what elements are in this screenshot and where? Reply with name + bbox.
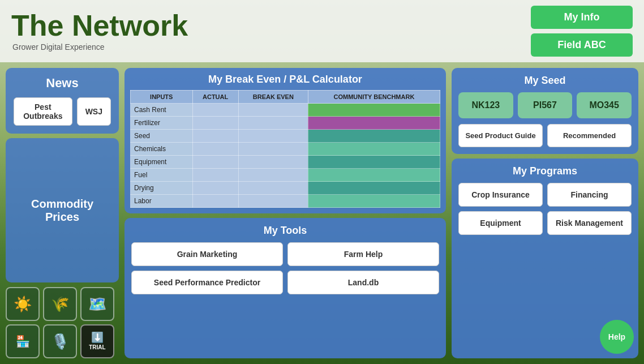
commodity-panel[interactable]: Commodity Prices [6,138,119,282]
col-community: COMMUNITY BENCHMARK [308,91,440,104]
table-row: Labor [131,195,440,208]
sale-icon[interactable]: 🏪 [6,324,40,358]
row-drying: Drying [131,182,193,195]
land-db-button[interactable]: Land.db [287,271,439,294]
pest-outbreaks-button[interactable]: Pest Outbreaks [14,97,72,126]
table-row: Cash Rent [131,104,440,117]
programs-grid: Crop Insurance Financing Equipment Risk … [458,183,632,235]
commodity-title: Commodity Prices [14,198,111,224]
icon-grid: ☀️ 🌾 🗺️ 🏪 🎙️ ⬇️ TRIAL [6,287,119,358]
break-even-panel: My Break Even / P&L Calculator INPUTS AC… [124,68,446,213]
break-even-table: INPUTS ACTUAL BREAK EVEN COMMUNITY BENCH… [130,90,440,208]
row-equipment: Equipment [131,156,193,169]
risk-management-button[interactable]: Risk Management [547,211,632,235]
col-inputs: INPUTS [131,91,193,104]
farm-help-button[interactable]: Farm Help [287,242,439,266]
news-buttons: Pest Outbreaks WSJ [14,97,111,126]
field-abc-button[interactable]: Field ABC [531,33,633,57]
my-seed-title: My Seed [458,75,632,87]
row-fuel: Fuel [131,169,193,182]
middle-column: My Break Even / P&L Calculator INPUTS AC… [124,68,446,358]
main-content: News Pest Outbreaks WSJ Commodity Prices… [0,62,644,364]
break-even-title: My Break Even / P&L Calculator [130,74,440,85]
header-buttons: My Info Field ABC [531,6,633,57]
financing-button[interactable]: Financing [547,183,632,207]
col-breakeven: BREAK EVEN [238,91,308,104]
table-row: Fertilizer [131,117,440,130]
app-title: The Network [11,11,531,40]
table-row: Fuel [131,169,440,182]
variety-pi567[interactable]: PI567 [518,92,573,118]
seed-action-buttons: Seed Product Guide Recommended [458,124,632,147]
left-column: News Pest Outbreaks WSJ Commodity Prices… [6,68,119,358]
row-fertilizer: Fertilizer [131,117,193,130]
weather-icon[interactable]: ☀️ [6,287,40,321]
my-tools-panel: My Tools Grain Marketing Farm Help Seed … [124,218,446,358]
table-row: Drying [131,182,440,195]
seed-varieties: NK123 PI567 MO345 [458,92,632,118]
crops-icon[interactable]: 🌾 [43,287,77,321]
news-title: News [14,76,111,91]
my-info-button[interactable]: My Info [531,6,633,29]
header: The Network Grower Digital Experience My… [0,0,644,62]
table-row: Seed [131,130,440,143]
app-subtitle: Grower Digital Experience [12,42,531,52]
table-row: Chemicals [131,143,440,156]
row-labor: Labor [131,195,193,208]
equipment-button[interactable]: Equipment [458,211,543,235]
seed-performance-button[interactable]: Seed Performance Predictor [131,271,283,294]
variety-nk123[interactable]: NK123 [458,92,513,118]
trial-icon[interactable]: ⬇️ TRIAL [80,324,114,358]
help-button[interactable]: Help [600,320,634,354]
crop-insurance-button[interactable]: Crop Insurance [458,183,543,207]
right-column: My Seed NK123 PI567 MO345 Seed Product G… [452,68,638,358]
tools-grid: Grain Marketing Farm Help Seed Performan… [131,242,439,294]
table-row: Equipment [131,156,440,169]
recommended-button[interactable]: Recommended [547,124,632,147]
news-panel: News Pest Outbreaks WSJ [6,68,119,134]
variety-mo345[interactable]: MO345 [577,92,632,118]
row-chemicals: Chemicals [131,143,193,156]
header-title-area: The Network Grower Digital Experience [11,11,531,52]
row-cash-rent: Cash Rent [131,104,193,117]
row-seed: Seed [131,130,193,143]
my-programs-title: My Programs [458,165,632,177]
seed-product-guide-button[interactable]: Seed Product Guide [458,124,543,147]
my-seed-panel: My Seed NK123 PI567 MO345 Seed Product G… [452,68,638,154]
mic-icon[interactable]: 🎙️ [43,324,77,358]
wsj-button[interactable]: WSJ [77,97,111,126]
map-icon[interactable]: 🗺️ [80,287,114,321]
tools-title: My Tools [131,225,439,237]
grain-marketing-button[interactable]: Grain Marketing [131,242,283,266]
col-actual: ACTUAL [192,91,238,104]
